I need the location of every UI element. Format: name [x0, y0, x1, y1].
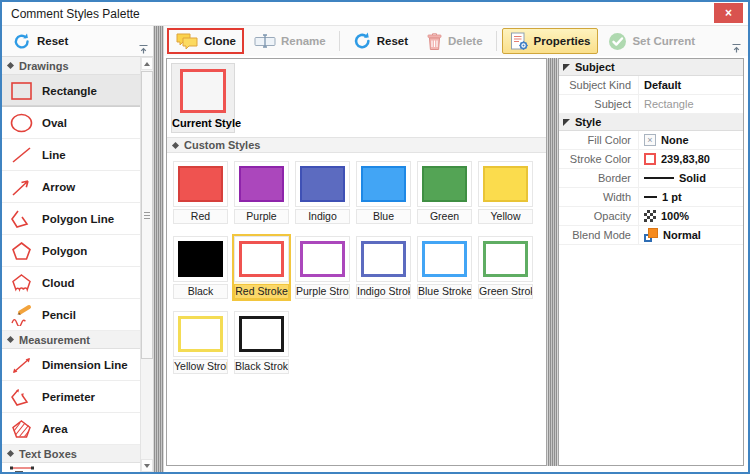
main-toolbar: Clone Rename Reset	[164, 26, 748, 56]
swatch-box	[234, 161, 289, 207]
property-label: Subject Kind	[559, 76, 639, 94]
swatch-purple[interactable]: Purple	[232, 159, 291, 226]
swatch-green[interactable]: Green	[415, 159, 474, 226]
property-value[interactable]: × None	[639, 131, 743, 149]
swatch-box	[173, 236, 228, 282]
swatch-box	[478, 236, 533, 282]
color-swatch	[422, 166, 467, 202]
sidebar-item-oval[interactable]: Oval	[2, 107, 140, 139]
swatch-blue[interactable]: Blue	[354, 159, 413, 226]
property-value[interactable]: 1 pt	[639, 188, 743, 206]
section-title: Subject	[575, 61, 615, 73]
current-style-area: Current Style	[167, 59, 546, 137]
reset-icon	[353, 32, 372, 50]
sidebar-reset-button[interactable]: Reset	[6, 30, 75, 53]
sidebar-item-polygon-line[interactable]: Polygon Line	[2, 203, 140, 235]
subject-value: Rectangle	[644, 98, 694, 110]
delete-button[interactable]: Delete	[418, 28, 491, 54]
swatch-yellow[interactable]: Yellow	[476, 159, 535, 226]
swatch-box	[295, 236, 350, 282]
sidebar-splitter[interactable]	[153, 26, 164, 472]
swatch-purple-stroke[interactable]: Purple Stroke	[293, 234, 352, 301]
rename-label: Rename	[281, 35, 326, 47]
sidebar-group-drawings[interactable]: Drawings	[2, 57, 140, 75]
properties-button[interactable]: Properties	[502, 28, 599, 54]
swatch-red[interactable]: Red	[171, 159, 230, 226]
swatch-indigo-stroke[interactable]: Indigo Stroke	[354, 234, 413, 301]
current-style-tile[interactable]: Current Style	[171, 63, 235, 133]
properties-splitter[interactable]	[547, 58, 558, 466]
clone-button[interactable]: Clone	[167, 28, 244, 54]
item-label: Polygon	[42, 245, 87, 257]
swatch-label: Blue Stroke	[417, 284, 472, 299]
sidebar-group-text-boxes[interactable]: Text Boxes	[2, 445, 140, 463]
sidebar-item-cloud[interactable]: Cloud	[2, 267, 140, 299]
color-swatch	[300, 166, 345, 202]
set-current-button[interactable]: Set Current	[600, 28, 703, 54]
section-title: Style	[575, 116, 601, 128]
color-swatch	[178, 166, 223, 202]
color-swatch	[361, 241, 406, 277]
property-value[interactable]: Solid	[639, 169, 743, 187]
property-row-subject-kind: Subject Kind Default	[559, 76, 743, 95]
swatch-green-stroke[interactable]: Green Stroke	[476, 234, 535, 301]
property-value[interactable]: 239,83,80	[639, 150, 743, 168]
property-value[interactable]: Rectangle	[639, 95, 743, 113]
swatch-box	[417, 161, 472, 207]
property-label: Fill Color	[559, 131, 639, 149]
swatch-label: Blue	[356, 209, 411, 224]
sidebar-item-pencil[interactable]: Pencil	[2, 299, 140, 331]
swatch-label: Black Stroke	[234, 359, 289, 374]
swatch-indigo[interactable]: Indigo	[293, 159, 352, 226]
blend-front-square	[648, 228, 658, 238]
custom-styles-header[interactable]: Custom Styles	[167, 137, 546, 153]
rename-button[interactable]: Rename	[246, 28, 334, 54]
panel-pin-icon[interactable]	[731, 43, 742, 54]
toolbar-separator	[496, 31, 497, 51]
sidebar-scrollbar[interactable]	[140, 57, 153, 472]
property-row-stroke-color: Stroke Color 239,83,80	[559, 150, 743, 169]
color-swatch	[361, 166, 406, 202]
swatch-box	[295, 161, 350, 207]
clone-label: Clone	[204, 35, 236, 47]
sidebar-item-perimeter[interactable]: Perimeter	[2, 381, 140, 413]
property-row-subject: Subject Rectangle	[559, 95, 743, 114]
sidebar-items: Drawings Rectangle Oval	[2, 57, 140, 472]
sidebar-item-area[interactable]: Area	[2, 413, 140, 445]
polygon-line-icon	[9, 208, 35, 230]
sidebar-group-measurement[interactable]: Measurement	[2, 331, 140, 349]
solid-line-icon	[644, 177, 674, 179]
border-value: Solid	[679, 172, 706, 184]
subject-section-header[interactable]: Subject	[559, 59, 743, 76]
style-section-header[interactable]: Style	[559, 114, 743, 131]
sidebar-item-polygon[interactable]: Polygon	[2, 235, 140, 267]
scrollbar-thumb[interactable]	[141, 71, 153, 359]
property-value[interactable]: Normal	[639, 226, 743, 244]
set-current-label: Set Current	[632, 35, 695, 47]
stroke-color-swatch-icon	[644, 153, 656, 165]
swatch-black[interactable]: Black	[171, 234, 230, 301]
scroll-up-button[interactable]	[141, 57, 153, 70]
sidebar-item-arrow[interactable]: Arrow	[2, 171, 140, 203]
sidebar-item-dimension-line[interactable]: Dimension Line	[2, 349, 140, 381]
property-value[interactable]: Default	[639, 76, 743, 94]
styles-panel: Current Style Custom Styles Red	[166, 58, 547, 466]
sidebar-item-text-box-partial[interactable]	[2, 463, 140, 472]
triangle-up-icon	[144, 62, 150, 66]
scroll-down-button[interactable]	[141, 459, 153, 472]
sidebar-item-line[interactable]: Line	[2, 139, 140, 171]
color-swatch	[483, 166, 528, 202]
sidebar-pin-icon[interactable]	[138, 44, 149, 55]
rectangle-icon	[9, 80, 35, 102]
reset-button[interactable]: Reset	[345, 28, 416, 54]
sidebar-item-rectangle[interactable]: Rectangle	[2, 75, 140, 107]
close-button[interactable]: ×	[714, 3, 743, 23]
swatch-red-stroke[interactable]: Red Stroke	[232, 234, 291, 301]
swatch-yellow-stroke[interactable]: Yellow Stroke	[171, 309, 230, 376]
property-value[interactable]: 100%	[639, 207, 743, 225]
collapse-diamond-icon	[7, 450, 14, 457]
swatch-grid: Red Purple Indigo Blue	[167, 153, 546, 382]
swatch-blue-stroke[interactable]: Blue Stroke	[415, 234, 474, 301]
swatch-black-stroke[interactable]: Black Stroke	[232, 309, 291, 376]
property-row-width: Width 1 pt	[559, 188, 743, 207]
